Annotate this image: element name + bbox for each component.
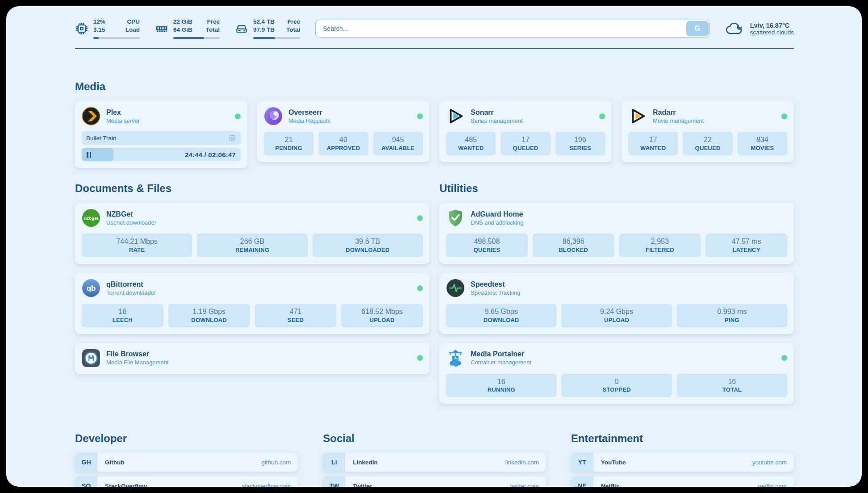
stat-queued: 17QUEUED (501, 132, 550, 155)
disk-total-value: 97.9 TB (253, 26, 275, 34)
app-card-speedtest[interactable]: SpeedtestSpeedtest Tracking9.65 GbpsDOWN… (439, 273, 794, 334)
app-subtitle: Container management (471, 359, 531, 366)
link-netflix[interactable]: NFNetflixnetflix.com (571, 476, 794, 487)
filebrowser-icon (82, 349, 100, 368)
stat-label: WANTED (630, 145, 676, 151)
link-name: Github (105, 459, 125, 466)
adguard-icon (446, 209, 465, 227)
stat-upload: 9.24 GbpsUPLOAD (561, 304, 672, 327)
view-icon[interactable] (229, 134, 236, 142)
ram-total-value: 64 GiB (173, 26, 192, 34)
stat-available: 945AVAILABLE (373, 132, 423, 155)
stat-label: QUEUED (684, 145, 730, 151)
pause-icon (87, 152, 91, 158)
app-subtitle: Media File Management (106, 359, 168, 366)
disk-label-2: Total (286, 26, 300, 34)
stat-downloaded: 39.6 TBDOWNLOADED (313, 234, 423, 257)
disk-progress-bar (253, 37, 300, 39)
app-title: Radarr (653, 109, 704, 117)
stat-value: 17 (630, 135, 676, 145)
stat-value: 471 (257, 307, 335, 317)
app-subtitle: Speedtest Tracking (471, 289, 520, 296)
link-abbr-badge: YT (571, 453, 593, 472)
section-title-entertainment: Entertainment (571, 432, 794, 445)
ram-free-value: 22 GiB (173, 18, 192, 26)
section-title-media: Media (75, 80, 794, 93)
link-group-entertainment: EntertainmentYTYouTubeyoutube.comNFNetfl… (571, 432, 794, 487)
ram-label-1: Free (206, 18, 220, 26)
stat-label: UPLOAD (343, 317, 421, 323)
app-title: Overseerr (288, 109, 330, 117)
app-card-plex[interactable]: PlexMedia serverBullet Train24:44 / 02:0… (75, 101, 247, 168)
link-youtube[interactable]: YTYouTubeyoutube.com (571, 453, 794, 472)
app-card-media-portainer[interactable]: Media PortainerContainer management16RUN… (439, 343, 794, 404)
app-title: File Browser (106, 350, 168, 358)
dashboard-panel: 12% 3.15 CPU Load (6, 6, 862, 487)
stat-total: 16TOTAL (677, 374, 787, 397)
stat-value: 16 (679, 377, 785, 387)
app-card-adguard-home[interactable]: AdGuard HomeDNS and adblocking498,508QUE… (439, 203, 794, 264)
app-title: AdGuard Home (471, 210, 524, 218)
link-name: StackOverflow (105, 483, 147, 487)
app-card-sonarr[interactable]: SonarrSeries management485WANTED17QUEUED… (439, 101, 612, 162)
stat-approved: 40APPROVED (318, 132, 368, 155)
link-abbr-badge: TW (323, 476, 345, 487)
app-subtitle: Series management (471, 117, 522, 124)
status-dot (781, 355, 787, 361)
app-title: Media Portainer (471, 350, 531, 358)
link-url: stackoverflow.com (242, 483, 291, 487)
stat-value: 1.19 Gbps (170, 307, 248, 317)
stat-value: 16 (448, 377, 555, 387)
cpu-stat: 12% 3.15 CPU Load (75, 18, 140, 39)
stat-seed: 471SEED (255, 304, 337, 327)
search-engine-button[interactable]: G (686, 21, 709, 36)
app-card-file-browser[interactable]: File BrowserMedia File Management (75, 343, 430, 374)
stat-label: FILTERED (621, 246, 699, 253)
stat-label: DOWNLOAD (170, 317, 248, 323)
stat-boxes: 16RUNNING0STOPPED16TOTAL (446, 374, 787, 397)
stat-boxes: 17WANTED22QUEUED834MOVIES (628, 132, 787, 155)
stat-value: 744.21 Mbps (83, 237, 190, 246)
stat-stopped: 0STOPPED (561, 374, 672, 397)
stat-label: LATENCY (707, 246, 785, 253)
plex-icon (82, 107, 100, 125)
stat-label: MOVIES (739, 145, 785, 151)
stat-blocked: 86,396BLOCKED (533, 234, 614, 257)
radarr-icon (628, 107, 647, 125)
link-twitter[interactable]: TWTwittertwitter.com (323, 476, 546, 487)
stat-boxes: 744.21 MbpsRATE266 GBREMAINING39.6 TBDOW… (82, 234, 423, 257)
stat-value: 21 (266, 135, 312, 145)
playback-progress-fill (82, 148, 113, 161)
status-dot (417, 355, 423, 361)
app-subtitle: Torrent downloader (106, 289, 156, 296)
app-card-radarr[interactable]: RadarrMovie management17WANTED22QUEUED83… (622, 101, 794, 162)
search-input[interactable] (315, 20, 709, 38)
stat-boxes: 16LEECH1.19 GbpsDOWNLOAD471SEED618.52 Mb… (82, 304, 423, 327)
app-subtitle: Media server (106, 117, 140, 124)
now-playing-bar: Bullet Train (82, 131, 241, 145)
cpu-label-1: CPU (125, 18, 140, 26)
stat-label: LEECH (83, 317, 162, 323)
app-card-nzbget[interactable]: nzbgetNZBGetUsenet downloader744.21 Mbps… (75, 203, 430, 264)
app-card-qbittorrent[interactable]: qbqBittorrentTorrent downloader16LEECH1.… (75, 273, 430, 334)
stat-label: AVAILABLE (375, 145, 421, 151)
link-name: YouTube (601, 459, 626, 466)
link-url: twitter.com (510, 483, 539, 487)
link-linkedin[interactable]: LILinkedInlinkedin.com (323, 453, 546, 472)
system-stats: 12% 3.15 CPU Load (75, 18, 300, 39)
cpu-progress-bar (93, 37, 140, 39)
stat-value: 86,396 (534, 237, 613, 246)
app-title: NZBGet (106, 210, 156, 218)
stat-label: RATE (83, 246, 190, 253)
weather-widget: Lviv, 16.87°C scattered clouds (725, 21, 794, 37)
link-github[interactable]: GHGithubgithub.com (75, 453, 298, 472)
stat-value: 2,953 (621, 237, 699, 246)
status-dot (417, 113, 423, 119)
section-title-developer: Developer (75, 432, 298, 445)
stat-label: UPLOAD (563, 317, 670, 323)
stat-value: 266 GB (199, 237, 305, 246)
app-card-overseerr[interactable]: OverseerrMedia Requests21PENDING40APPROV… (257, 101, 430, 162)
link-stackoverflow[interactable]: SOStackOverflowstackoverflow.com (75, 476, 298, 487)
stat-value: 9.65 Gbps (448, 307, 555, 317)
stat-label: PING (679, 317, 785, 323)
